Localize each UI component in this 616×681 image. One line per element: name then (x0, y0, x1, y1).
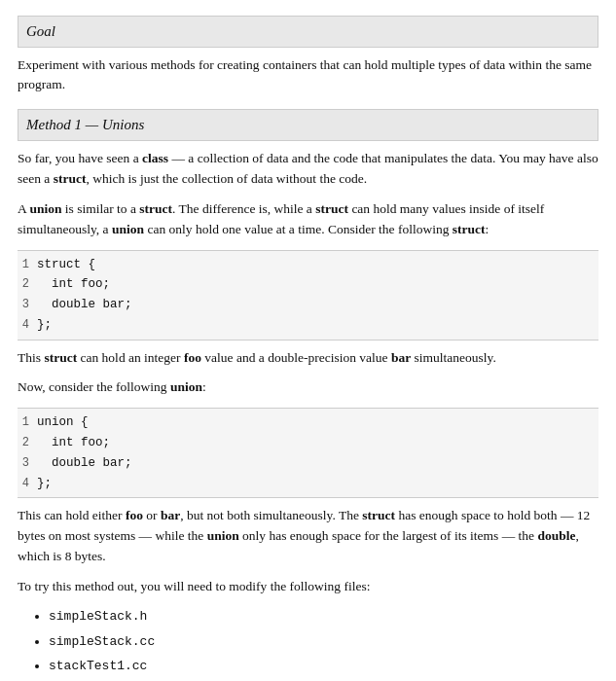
code-line: 2 int foo; (18, 433, 598, 453)
method1-p6: To try this method out, you will need to… (18, 577, 598, 597)
method1-p5: This can hold either foo or bar, but not… (18, 506, 598, 567)
goal-heading: Goal (18, 16, 598, 48)
method1-p4: Now, consider the following union: (18, 377, 598, 398)
code-line: 2 int foo; (18, 274, 598, 295)
code-line: 1 union { (18, 412, 598, 433)
code-line: 4 }; (18, 315, 598, 336)
code-line: 1 struct { (18, 255, 598, 275)
method1-p1: So far, you have seen a class — a collec… (18, 149, 598, 190)
code-block-struct: 1 struct { 2 int foo; 3 double bar; 4 }; (18, 250, 598, 340)
file-item: simpleStack.h (49, 607, 598, 627)
code-line: 3 double bar; (18, 295, 598, 315)
code-block-union: 1 union { 2 int foo; 3 double bar; 4 }; (18, 408, 598, 498)
file-item: stackTest1.cc (49, 657, 598, 676)
code-line: 3 double bar; (18, 453, 598, 474)
method1-section: Method 1 — Unions So far, you have seen … (18, 109, 598, 681)
method1-p3: This struct can hold an integer foo valu… (18, 348, 598, 369)
method1-p2: A union is similar to a struct. The diff… (18, 199, 598, 240)
file-list: simpleStack.h simpleStack.cc stackTest1.… (49, 607, 598, 676)
file-item: simpleStack.cc (49, 632, 598, 652)
method1-heading: Method 1 — Unions (18, 109, 598, 141)
code-line: 4 }; (18, 474, 598, 494)
goal-text: Experiment with various methods for crea… (18, 55, 598, 96)
